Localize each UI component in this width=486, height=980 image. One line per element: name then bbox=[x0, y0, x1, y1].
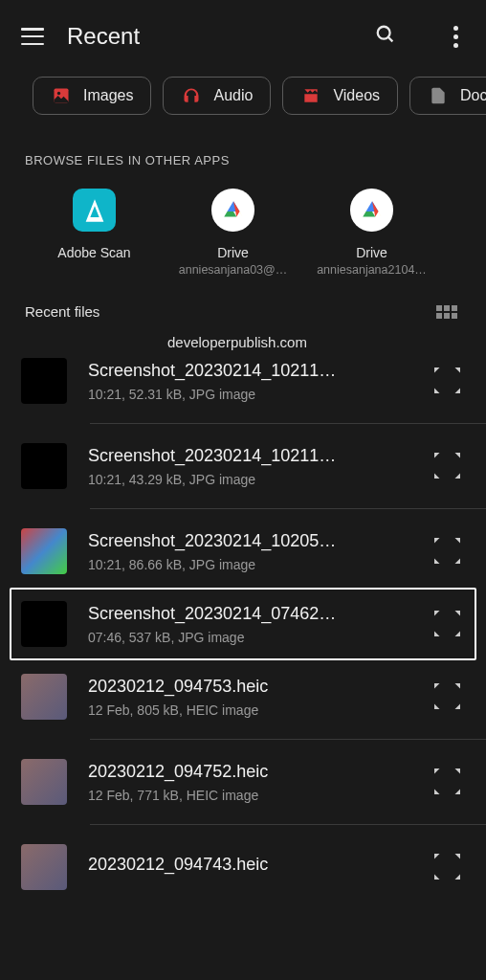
file-row[interactable]: 20230212_094743.heic bbox=[0, 833, 486, 902]
app-subtitle: anniesanjana03@… bbox=[179, 263, 287, 277]
chip-label: Videos bbox=[333, 87, 380, 104]
app-subtitle: anniesanjana2104… bbox=[317, 263, 427, 277]
app-icon bbox=[350, 189, 393, 232]
file-thumbnail bbox=[21, 443, 67, 489]
file-meta: 10:21, 43.29 kB, JPG image bbox=[88, 472, 421, 487]
svg-point-0 bbox=[378, 27, 390, 39]
document-icon bbox=[428, 85, 449, 106]
file-name: Screenshot_20230214_07462… bbox=[88, 604, 421, 624]
recent-files-header: Recent files bbox=[0, 277, 486, 327]
app-icon bbox=[211, 189, 254, 232]
file-name: 20230212_094753.heic bbox=[88, 677, 421, 697]
file-row[interactable]: Screenshot_20230214_10211…10:21, 52.31 k… bbox=[0, 346, 486, 415]
divider bbox=[90, 824, 486, 825]
filter-chip-images[interactable]: Images bbox=[33, 77, 151, 115]
file-row[interactable]: Screenshot_20230214_10211…10:21, 43.29 k… bbox=[0, 432, 486, 501]
expand-icon[interactable] bbox=[434, 453, 461, 479]
file-meta: 10:21, 86.66 kB, JPG image bbox=[88, 557, 421, 572]
file-info: Screenshot_20230214_10211…10:21, 52.31 k… bbox=[88, 361, 421, 402]
file-thumbnail bbox=[21, 759, 67, 805]
browse-apps-section: BROWSE FILES IN OTHER APPS Adobe ScanDri… bbox=[0, 132, 486, 277]
file-meta: 12 Feb, 805 kB, HEIC image bbox=[88, 702, 421, 718]
expand-icon[interactable] bbox=[434, 683, 461, 710]
file-name: Screenshot_20230214_10205… bbox=[88, 531, 421, 551]
file-name: 20230212_094752.heic bbox=[88, 762, 421, 782]
browse-title: BROWSE FILES IN OTHER APPS bbox=[25, 153, 461, 167]
app-name: Drive bbox=[356, 245, 387, 260]
file-thumbnail bbox=[21, 844, 67, 890]
hamburger-menu-icon[interactable] bbox=[21, 28, 44, 45]
file-meta: 10:21, 52.31 kB, JPG image bbox=[88, 387, 421, 402]
divider bbox=[90, 423, 486, 424]
filter-chip-docu[interactable]: Docu bbox=[409, 77, 486, 115]
app-name: Adobe Scan bbox=[57, 245, 130, 260]
recent-title: Recent files bbox=[25, 303, 99, 320]
file-list: Screenshot_20230214_10211…10:21, 52.31 k… bbox=[0, 327, 486, 902]
expand-icon[interactable] bbox=[434, 368, 461, 394]
file-row[interactable]: Screenshot_20230214_10205…10:21, 86.66 k… bbox=[0, 517, 486, 586]
app-name: Drive bbox=[217, 245, 249, 260]
chip-label: Docu bbox=[460, 87, 486, 104]
clapper-icon bbox=[300, 85, 321, 106]
file-thumbnail bbox=[21, 358, 67, 404]
file-thumbnail bbox=[21, 528, 67, 574]
expand-icon[interactable] bbox=[434, 538, 461, 565]
file-thumbnail bbox=[21, 601, 67, 647]
expand-icon[interactable] bbox=[434, 854, 461, 880]
file-row[interactable]: 20230212_094753.heic12 Feb, 805 kB, HEIC… bbox=[0, 662, 486, 731]
image-icon bbox=[51, 85, 72, 106]
filter-chips: ImagesAudioVideosDocu bbox=[0, 73, 486, 132]
page-title: Recent bbox=[67, 23, 352, 50]
apps-row: Adobe ScanDriveanniesanjana03@…Driveanni… bbox=[25, 189, 461, 277]
app-item[interactable]: Driveanniesanjana2104… bbox=[302, 189, 441, 277]
expand-icon[interactable] bbox=[434, 768, 461, 795]
svg-point-3 bbox=[57, 92, 60, 95]
app-item[interactable]: Adobe Scan bbox=[25, 189, 164, 277]
chip-label: Audio bbox=[213, 87, 253, 104]
filter-chip-audio[interactable]: Audio bbox=[163, 77, 271, 115]
filter-chip-videos[interactable]: Videos bbox=[282, 77, 398, 115]
file-name: Screenshot_20230214_10211… bbox=[88, 361, 421, 381]
app-item[interactable]: Drivespotatit@gm bbox=[441, 189, 461, 277]
svg-line-1 bbox=[388, 37, 393, 42]
headphones-icon bbox=[181, 85, 202, 106]
file-info: 20230212_094752.heic12 Feb, 771 kB, HEIC… bbox=[88, 762, 421, 803]
file-info: 20230212_094753.heic12 Feb, 805 kB, HEIC… bbox=[88, 677, 421, 718]
divider bbox=[90, 739, 486, 740]
file-info: Screenshot_20230214_07462…07:46, 537 kB,… bbox=[88, 604, 421, 645]
top-bar: Recent bbox=[0, 0, 486, 73]
divider bbox=[90, 508, 486, 509]
app-item[interactable]: Driveanniesanjana03@… bbox=[164, 189, 302, 277]
file-meta: 07:46, 537 kB, JPG image bbox=[88, 630, 421, 645]
chip-label: Images bbox=[83, 87, 133, 104]
file-row[interactable]: 20230212_094752.heic12 Feb, 771 kB, HEIC… bbox=[0, 747, 486, 816]
file-info: Screenshot_20230214_10205…10:21, 86.66 k… bbox=[88, 531, 421, 572]
file-meta: 12 Feb, 771 kB, HEIC image bbox=[88, 788, 421, 803]
file-info: Screenshot_20230214_10211…10:21, 43.29 k… bbox=[88, 446, 421, 487]
more-options-icon[interactable] bbox=[446, 26, 465, 48]
file-name: Screenshot_20230214_10211… bbox=[88, 446, 421, 466]
file-info: 20230212_094743.heic bbox=[88, 855, 421, 880]
expand-icon[interactable] bbox=[434, 611, 461, 637]
search-icon[interactable] bbox=[375, 24, 396, 49]
file-name: 20230212_094743.heic bbox=[88, 855, 421, 875]
file-row[interactable]: Screenshot_20230214_07462…07:46, 537 kB,… bbox=[10, 588, 476, 660]
app-icon bbox=[73, 189, 116, 232]
grid-view-icon[interactable] bbox=[436, 305, 457, 319]
file-thumbnail bbox=[21, 674, 67, 720]
